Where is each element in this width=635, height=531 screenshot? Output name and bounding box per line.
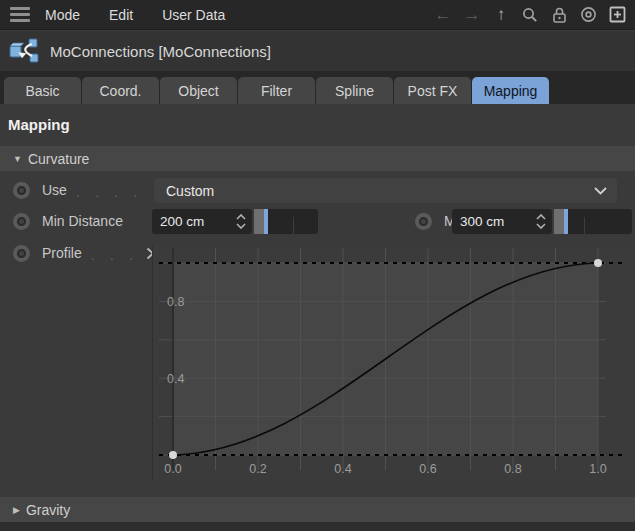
panel-bottom-strip [0,522,635,531]
rollout-collapsed-icon: ▶ [13,505,20,515]
menu-item-user-data[interactable]: User Data [162,7,225,23]
max-distance-field[interactable]: 300 cm [452,209,552,234]
spinner-up-icon [536,214,546,220]
use-dropdown-value: Custom [166,183,214,199]
x-tick-label: 1.0 [589,462,606,476]
row-use: Use . . . . Custom [0,177,635,203]
y-tick-label: 0.8 [167,295,184,309]
y-tick-label: 0.4 [167,372,184,386]
min-distance-label: Min Distance [42,213,123,229]
target-icon[interactable] [578,5,598,25]
rollout-label: Gravity [26,502,70,518]
profile-leader-dots: . . . [91,248,139,263]
hamburger-menu-icon[interactable] [10,7,30,22]
min-distance-value: 200 cm [160,214,232,229]
slider-thumb[interactable] [564,209,568,234]
keyframe-dot-min-distance[interactable] [13,213,30,230]
profile-label: Profile [42,245,82,261]
keyframe-dot-profile[interactable] [13,245,30,262]
attributes-panel: Mapping ▼ Curvature Use . . . . Custom M… [0,104,635,531]
rollout-curvature[interactable]: ▼ Curvature [0,146,635,171]
spline-curve-editor[interactable]: 0.00.20.40.60.81.00.40.8 [152,246,635,481]
min-distance-spinner[interactable] [232,209,250,234]
x-tick-label: 0.0 [164,462,181,476]
object-title: MoConnections [MoConnections] [50,43,271,60]
spinner-up-icon [236,214,246,220]
tab-object[interactable]: Object [160,77,237,104]
rollout-expanded-icon: ▼ [13,154,22,164]
max-distance-slider[interactable] [554,209,632,234]
search-icon[interactable] [520,5,540,25]
up-arrow-icon[interactable]: ↑ [491,5,511,25]
tab-basic[interactable]: Basic [4,77,81,104]
x-tick-label: 0.2 [249,462,266,476]
menu-item-mode[interactable]: Mode [45,7,80,23]
rollout-gravity[interactable]: ▶ Gravity [0,497,635,522]
back-arrow-icon[interactable]: ← [433,5,453,25]
spline-control-point[interactable] [594,259,602,267]
tab-mapping[interactable]: Mapping [472,77,549,104]
toolbar-icons: ← → ↑ [433,5,627,25]
x-tick-label: 0.4 [334,462,351,476]
row-distance: Min Distance 200 cm Max Distance 300 cm [0,208,635,234]
menu-item-edit[interactable]: Edit [109,7,133,23]
tab-post-fx[interactable]: Post FX [394,77,471,104]
x-tick-label: 0.6 [419,462,436,476]
spinner-down-icon [236,223,246,229]
x-tick-label: 0.8 [504,462,521,476]
min-distance-slider[interactable] [254,209,318,234]
add-panel-icon[interactable] [607,5,627,25]
tab-filter[interactable]: Filter [238,77,315,104]
tab-coord[interactable]: Coord. [82,77,159,104]
rollout-label: Curvature [28,151,89,167]
slider-thumb[interactable] [264,209,268,234]
spline-control-point[interactable] [169,451,177,459]
use-leader-dots: . . . . [76,185,143,200]
keyframe-dot-max-distance[interactable] [415,213,432,230]
spinner-down-icon [536,223,546,229]
min-distance-field[interactable]: 200 cm [152,209,252,234]
page-heading: Mapping [8,116,70,133]
menu-bar: ModeEditUser Data ← → ↑ [0,0,635,30]
object-header: MoConnections [MoConnections] [0,31,635,71]
max-distance-value: 300 cm [460,214,532,229]
menu-items: ModeEditUser Data [45,7,225,23]
keyframe-dot-use[interactable] [13,182,30,199]
max-distance-spinner[interactable] [532,209,550,234]
use-dropdown[interactable]: Custom [154,178,617,203]
lock-icon[interactable] [549,5,569,25]
forward-arrow-icon[interactable]: → [462,5,482,25]
moconnections-icon [8,37,40,65]
tab-spline[interactable]: Spline [316,77,393,104]
tab-bar: BasicCoord.ObjectFilterSplinePost FXMapp… [0,71,635,104]
use-label: Use [42,182,67,198]
chevron-down-icon [594,187,607,195]
